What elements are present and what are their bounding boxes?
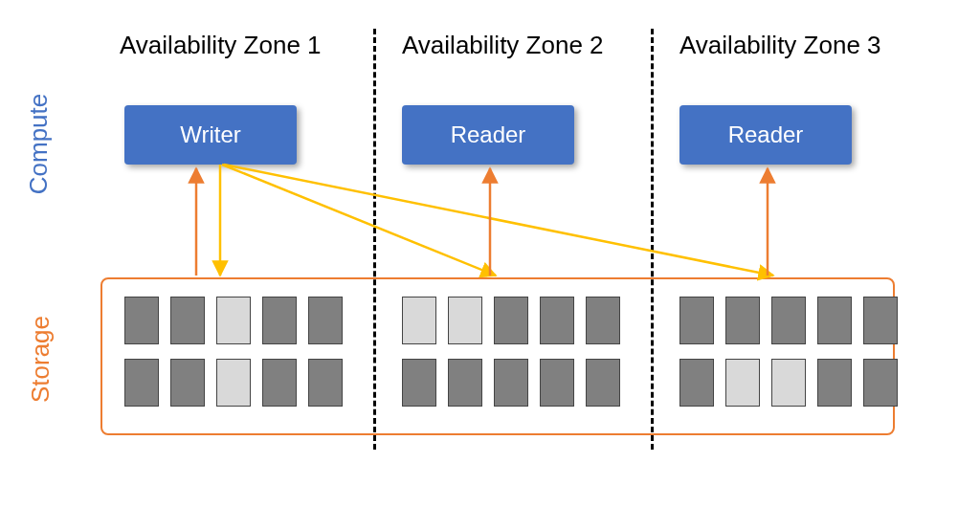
storage-block (725, 359, 760, 407)
storage-block (494, 359, 528, 407)
storage-block (725, 297, 760, 344)
storage-block (679, 359, 714, 407)
storage-block (771, 297, 806, 344)
torn-edge (0, 445, 980, 529)
az3-header: Availability Zone 3 (679, 31, 881, 60)
storage-block (402, 297, 436, 344)
storage-block (540, 359, 574, 407)
reader-node-az2-label: Reader (451, 121, 526, 148)
storage-block (540, 297, 574, 344)
write-arrow-az2 (222, 165, 496, 276)
storage-block (308, 297, 343, 344)
reader-node-az2: Reader (402, 105, 574, 165)
storage-block (448, 297, 482, 344)
storage-block (771, 359, 806, 407)
reader-node-az3: Reader (679, 105, 852, 165)
reader-node-az3-label: Reader (728, 121, 804, 148)
storage-block (586, 359, 620, 407)
storage-block (494, 297, 528, 344)
compute-layer-label: Compute (24, 87, 54, 202)
storage-block (863, 297, 898, 344)
az2-header: Availability Zone 2 (402, 31, 604, 60)
storage-block (817, 359, 852, 407)
storage-block (124, 359, 159, 407)
storage-block (402, 359, 436, 407)
storage-block (262, 297, 297, 344)
storage-block (863, 359, 898, 407)
storage-layer-label: Storage (26, 302, 56, 417)
storage-block (170, 297, 205, 344)
writer-node-label: Writer (180, 121, 241, 148)
storage-block (817, 297, 852, 344)
write-arrow-az3 (224, 165, 773, 276)
storage-block (308, 359, 343, 407)
storage-block (216, 297, 251, 344)
storage-block (262, 359, 297, 407)
storage-block (170, 359, 205, 407)
storage-block (448, 359, 482, 407)
arrow-layer (0, 0, 980, 529)
writer-node: Writer (124, 105, 297, 165)
storage-block (679, 297, 714, 344)
diagram-stage: Compute Storage Availability Zone 1 Avai… (0, 0, 980, 529)
storage-block (586, 297, 620, 344)
storage-block (124, 297, 159, 344)
az1-header: Availability Zone 1 (120, 31, 322, 60)
storage-block (216, 359, 251, 407)
torn-edge-right (924, 0, 980, 529)
